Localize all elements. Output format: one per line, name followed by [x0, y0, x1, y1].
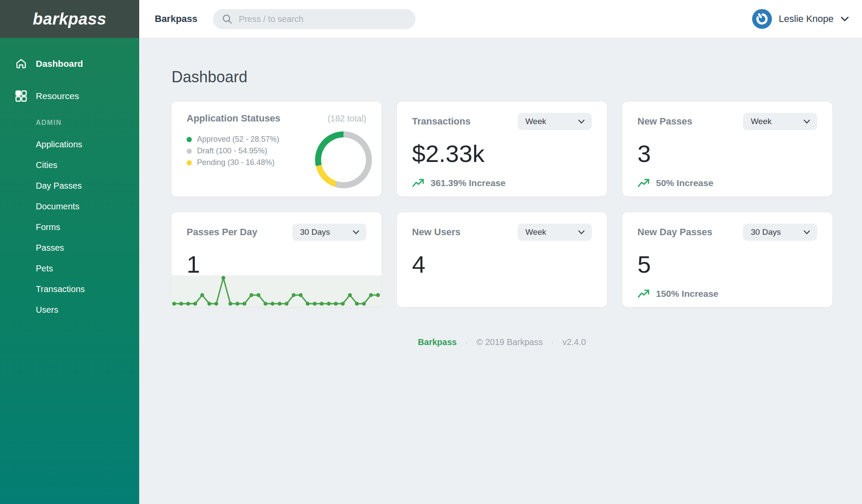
- sidebar-item-label: Resources: [36, 91, 79, 101]
- card-title: Application Statuses: [187, 113, 281, 124]
- period-select-value: 30 Days: [300, 227, 330, 237]
- page-title: Dashboard: [172, 68, 832, 86]
- header-brand-link[interactable]: Barkpass: [155, 13, 197, 25]
- chevron-down-icon: [803, 230, 810, 235]
- stat-value: 4: [412, 250, 592, 278]
- user-menu[interactable]: Leslie Knope: [752, 9, 849, 29]
- change-label: 361.39% Increase: [431, 178, 506, 188]
- sidebar-item-transactions[interactable]: Transactions: [0, 279, 139, 299]
- avatar-circle: [752, 9, 772, 29]
- sidebar-item-cities[interactable]: Cities: [0, 155, 139, 175]
- card-application-statuses: Application Statuses (182 total) Approve…: [172, 102, 381, 196]
- period-select-value: Week: [751, 117, 771, 126]
- card-new-day-passes: New Day Passes 30 Days 5: [622, 212, 832, 307]
- total-count-label: (182 total): [328, 114, 366, 124]
- chevron-down-icon: [840, 16, 849, 22]
- card-new-users: New Users Week 4: [397, 212, 607, 307]
- footer: Barkpass · © 2019 Barkpass · v2.4.0: [172, 337, 832, 347]
- footer-copyright: © 2019 Barkpass: [476, 337, 543, 347]
- period-select-value: 30 Days: [751, 227, 781, 237]
- trend-up-icon: [637, 289, 650, 299]
- card-grid: Application Statuses (182 total) Approve…: [172, 102, 832, 307]
- app-window: barkpass Dashboard: [0, 0, 862, 504]
- chevron-down-icon: [578, 230, 585, 235]
- card-passes-per-day: Passes Per Day 30 Days 1: [172, 212, 381, 307]
- sidebar-section-admin: ADMIN: [36, 119, 139, 127]
- period-select[interactable]: 30 Days: [743, 224, 817, 241]
- stat-value: 5: [637, 250, 817, 278]
- chevron-down-icon: [578, 119, 585, 124]
- card-transactions: Transactions Week $2.33k: [397, 102, 607, 196]
- card-title: New Day Passes: [637, 227, 712, 238]
- sidebar-item-pets[interactable]: Pets: [0, 258, 139, 279]
- trend-up-icon: [637, 178, 650, 188]
- sidebar-item-dashboard[interactable]: Dashboard: [0, 54, 139, 73]
- period-select[interactable]: Week: [518, 224, 592, 241]
- sidebar-admin-list: Applications Cities Day Passes Documents…: [0, 134, 139, 320]
- donut-chart: [315, 131, 372, 188]
- card-title: New Passes: [637, 116, 692, 127]
- legend-label: Draft (100 - 54.95%): [197, 146, 267, 156]
- card-title: New Users: [412, 227, 461, 238]
- stat-value: 1: [187, 250, 366, 278]
- sidebar-item-label: Dashboard: [36, 59, 83, 69]
- search-box[interactable]: [213, 9, 415, 29]
- stat-value: $2.33k: [412, 140, 592, 168]
- card-title: Transactions: [412, 116, 471, 127]
- sparkline-chart: [172, 275, 381, 307]
- chevron-down-icon: [353, 230, 359, 235]
- period-select[interactable]: 30 Days: [292, 224, 366, 241]
- donut-hole: [321, 137, 366, 182]
- user-name: Leslie Knope: [779, 13, 834, 25]
- sidebar-item-resources[interactable]: Resources: [0, 87, 139, 106]
- legend-label: Approved (52 - 28.57%): [197, 135, 279, 144]
- footer-brand-link[interactable]: Barkpass: [418, 337, 457, 347]
- app-logo[interactable]: barkpass: [0, 0, 139, 38]
- change-label: 150% Increase: [656, 289, 718, 299]
- sidebar-item-applications[interactable]: Applications: [0, 134, 139, 155]
- avatar: [752, 9, 772, 29]
- sidebar-item-users[interactable]: Users: [0, 299, 139, 320]
- card-new-passes: New Passes Week 3: [622, 102, 832, 196]
- legend-dot-draft: [187, 149, 192, 154]
- legend-dot-approved: [187, 137, 192, 142]
- home-icon: [15, 58, 27, 70]
- change-label: 50% Increase: [656, 178, 713, 188]
- sidebar-item-forms[interactable]: Forms: [0, 217, 139, 237]
- period-select-value: Week: [525, 227, 546, 237]
- chevron-down-icon: [803, 119, 810, 124]
- search-input[interactable]: [239, 14, 407, 24]
- legend-label: Pending (30 - 16.48%): [197, 158, 275, 167]
- footer-separator: ·: [465, 337, 468, 347]
- sidebar-item-passes[interactable]: Passes: [0, 237, 139, 258]
- period-select[interactable]: Week: [743, 113, 817, 130]
- trend-up-icon: [412, 178, 424, 188]
- sidebar-item-documents[interactable]: Documents: [0, 196, 139, 217]
- footer-version: v2.4.0: [562, 337, 586, 347]
- top-header: Barkpass: [139, 0, 862, 38]
- grid-icon: [15, 90, 27, 102]
- sidebar-item-day-passes[interactable]: Day Passes: [0, 175, 139, 196]
- legend-dot-pending: [187, 160, 192, 165]
- sidebar-nav: Dashboard Resources ADMIN Applications C…: [0, 38, 139, 504]
- sidebar: barkpass Dashboard: [0, 0, 139, 504]
- main-content: Dashboard Application Statuses (182 tota…: [139, 38, 862, 504]
- period-select-value: Week: [525, 117, 546, 126]
- footer-separator: ·: [551, 337, 554, 347]
- period-select[interactable]: Week: [518, 113, 592, 130]
- search-icon: [222, 13, 233, 25]
- stat-value: 3: [637, 140, 817, 168]
- card-title: Passes Per Day: [187, 227, 257, 238]
